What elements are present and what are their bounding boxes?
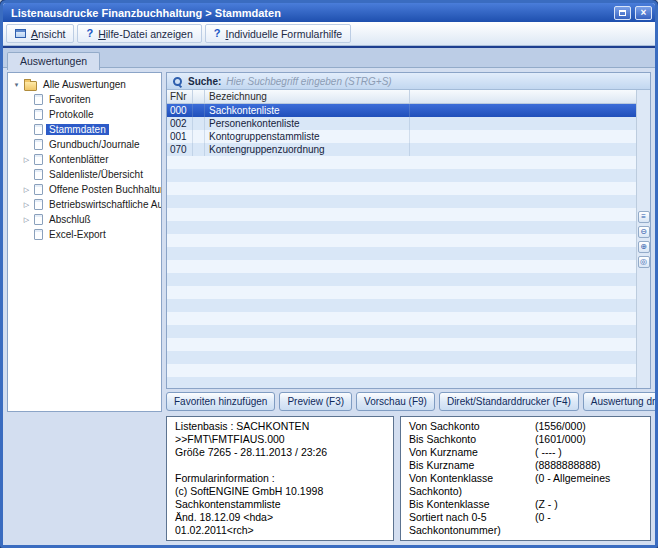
maximize-icon <box>619 10 626 16</box>
tree-item-saldenliste[interactable]: Saldenliste/Übersicht <box>8 167 161 182</box>
expander-closed-icon[interactable]: ▷ <box>22 156 31 164</box>
column-header-bezeichnung[interactable]: Bezeichnung <box>205 90 410 103</box>
tab-strip: Auswertungen <box>3 48 655 68</box>
info-line <box>175 459 385 472</box>
zoom-out-icon[interactable]: ⊖ <box>638 226 650 238</box>
tree-item-betriebswirtschaftliche[interactable]: ▷ Betriebswirtschaftliche Auswertungen <box>8 197 161 212</box>
ansicht-button[interactable]: Ansicht <box>6 24 74 43</box>
form-help-label: Individuelle Formularhilfe <box>225 28 342 40</box>
table-header: FNr Bezeichnung <box>167 90 650 104</box>
param-row: Bis Sachkonto(1601/000) <box>409 433 642 446</box>
param-row: Von Kontenklasse(0 - Allgemeines Sachkon… <box>409 472 642 498</box>
param-row: Bis Kontenklasse(Z - ) <box>409 498 642 511</box>
tree-root-alle-auswertungen[interactable]: ▾ Alle Auswertungen <box>8 77 161 92</box>
info-line: Listenbasis : SACHKONTEN <box>175 420 385 433</box>
action-bar: Favoriten hinzufügen Preview (F3) Vorsch… <box>166 392 651 412</box>
expander-closed-icon[interactable]: ▷ <box>22 201 31 209</box>
help-icon: ? <box>86 28 93 39</box>
zoom-in-icon[interactable]: ⊕ <box>638 241 650 253</box>
tree-item-kontenblaetter[interactable]: ▷ Kontenblätter <box>8 152 161 167</box>
expander-closed-icon[interactable]: ▷ <box>22 216 31 224</box>
document-icon <box>34 214 43 225</box>
info-line: Größe 7265 - 28.11.2013 / 23:26 <box>175 446 385 459</box>
titlebar[interactable]: Listenausdrucke Finanzbuchhaltung > Stam… <box>3 3 655 22</box>
close-button[interactable]: × <box>635 6 652 20</box>
tree-item-grundbuch-journale[interactable]: Grundbuch/Journale <box>8 137 161 152</box>
search-bar: Suche: <box>167 73 650 90</box>
tab-auswertungen[interactable]: Auswertungen <box>7 52 100 70</box>
expander-closed-icon[interactable]: ▷ <box>22 186 31 194</box>
results-list: Suche: FNr Bezeichnung 000 Sachkont <box>166 72 651 389</box>
search-icon <box>172 76 183 87</box>
form-help-button[interactable]: ? Individuelle Formularhilfe <box>205 24 351 43</box>
table-row[interactable]: 070 Kontengruppenzuordnung <box>167 143 650 156</box>
param-row: Sortiert nach 0-5(0 - Sachkontonummer) <box>409 511 642 537</box>
document-icon <box>34 139 43 150</box>
info-line: Sachkontenstammliste <box>175 498 385 511</box>
document-icon <box>34 199 43 210</box>
add-favorite-button[interactable]: Favoriten hinzufügen <box>166 392 275 411</box>
list-view-icon[interactable]: ≡ <box>638 211 650 223</box>
document-icon <box>34 184 43 195</box>
view-icon <box>15 29 26 38</box>
app-window: Listenausdrucke Finanzbuchhaltung > Stam… <box>0 0 658 548</box>
info-line: Formularinformation : <box>175 472 385 485</box>
tree-panel: ▾ Alle Auswertungen Favoriten Protokolle… <box>7 72 162 412</box>
ansicht-label: Ansicht <box>31 28 65 40</box>
search-label: Suche: <box>188 76 221 87</box>
info-line: >>FMT\FMTFIAUS.000 <box>175 433 385 446</box>
search-input[interactable] <box>226 76 645 87</box>
form-help-icon: ? <box>214 28 221 39</box>
column-header-fnr[interactable]: FNr <box>167 90 193 103</box>
toolbar: Ansicht ? Hilfe-Datei anzeigen ? Individ… <box>3 22 655 46</box>
document-icon <box>34 124 43 135</box>
info-line: 01.02.2011<rch> <box>175 524 385 537</box>
param-row: Bis Kurzname(8888888888) <box>409 459 642 472</box>
tree-item-abschluss[interactable]: ▷ Abschluß <box>8 212 161 227</box>
param-row: Von Kurzname( ---- ) <box>409 446 642 459</box>
document-icon <box>34 169 43 180</box>
vorschau-f9-button[interactable]: Vorschau (F9) <box>356 392 435 411</box>
document-icon <box>34 109 43 120</box>
column-header-flag <box>193 90 205 103</box>
tree-item-stammdaten[interactable]: Stammdaten <box>8 122 161 137</box>
param-row: Von Sachkonto(1556/000) <box>409 420 642 433</box>
document-icon <box>34 154 43 165</box>
table-row[interactable]: 001 Kontogruppenstammliste <box>167 130 650 143</box>
bottom-row: Listenbasis : SACHKONTEN >>FMT\FMTFIAUS.… <box>7 416 651 541</box>
direct-printer-f4-button[interactable]: Direkt/Standarddrucker (F4) <box>439 392 579 411</box>
window-title: Listenausdrucke Finanzbuchhaltung > Stam… <box>11 7 610 19</box>
info-line: (c) SoftENGINE GmbH 10.1998 <box>175 485 385 498</box>
main-row: ▾ Alle Auswertungen Favoriten Protokolle… <box>7 72 651 412</box>
params-panel: Von Sachkonto(1556/000) Bis Sachkonto(16… <box>400 416 651 541</box>
table-body: 000 Sachkontenliste 002 Personenkontenli… <box>167 104 650 388</box>
info-panel: Listenbasis : SACHKONTEN >>FMT\FMTFIAUS.… <box>166 416 394 541</box>
maximize-button[interactable] <box>614 6 631 20</box>
info-line: Änd. 18.12.09 <hda> <box>175 511 385 524</box>
table-row[interactable]: 002 Personenkontenliste <box>167 117 650 130</box>
content-area: ▾ Alle Auswertungen Favoriten Protokolle… <box>3 68 655 545</box>
document-icon <box>34 94 43 105</box>
preview-f3-button[interactable]: Preview (F3) <box>279 392 352 411</box>
print-report-button[interactable]: Auswertung drucken <box>583 392 658 411</box>
expander-open-icon[interactable]: ▾ <box>12 81 21 89</box>
column-header-rest <box>410 90 650 103</box>
tree-item-excel-export[interactable]: Excel-Export <box>8 227 161 242</box>
document-icon <box>34 229 43 240</box>
tree-item-protokolle[interactable]: Protokolle <box>8 107 161 122</box>
tree-root-label: Alle Auswertungen <box>40 79 129 90</box>
tree-item-offene-posten[interactable]: ▷ Offene Posten Buchhaltung <box>8 182 161 197</box>
results-panel: Suche: FNr Bezeichnung 000 Sachkont <box>166 72 651 412</box>
table-row[interactable]: 000 Sachkontenliste <box>167 104 650 117</box>
details-icon[interactable]: ◎ <box>638 256 650 268</box>
help-file-label: Hilfe-Datei anzeigen <box>98 28 193 40</box>
side-toolbar: ≡ ⊖ ⊕ ◎ <box>636 90 650 388</box>
folder-icon <box>24 81 37 91</box>
tree-item-favoriten[interactable]: Favoriten <box>8 92 161 107</box>
help-file-button[interactable]: ? Hilfe-Datei anzeigen <box>77 24 201 43</box>
